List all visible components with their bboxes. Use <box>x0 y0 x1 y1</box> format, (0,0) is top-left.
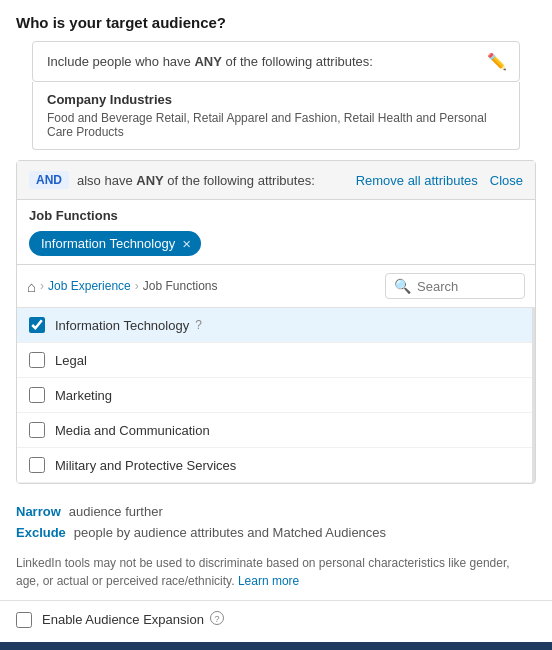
marketing-checkbox[interactable] <box>29 387 45 403</box>
company-industries-label: Company Industries <box>47 92 505 107</box>
search-container: 🔍 <box>385 273 525 299</box>
checkbox-list: Information Technology ? Legal Marketing… <box>17 308 535 483</box>
media-checkbox[interactable] <box>29 422 45 438</box>
any-bold-word: ANY <box>194 54 221 69</box>
remove-all-attributes-link[interactable]: Remove all attributes <box>356 173 478 188</box>
breadcrumb-sep2: › <box>135 279 139 293</box>
list-item[interactable]: Marketing <box>17 378 532 413</box>
page-container: Who is your target audience? Include peo… <box>0 0 552 650</box>
exclude-link[interactable]: Exclude <box>16 525 66 540</box>
page-title: Who is your target audience? <box>16 14 536 31</box>
home-icon[interactable]: ⌂ <box>27 278 36 295</box>
job-experience-link[interactable]: Job Experience <box>48 279 131 293</box>
section-header: Who is your target audience? Include peo… <box>0 0 552 160</box>
breadcrumb-sep1: › <box>40 279 44 293</box>
and-badge: AND <box>29 171 69 189</box>
breadcrumb-search-row: ⌂ › Job Experience › Job Functions 🔍 <box>17 264 535 308</box>
it-checkbox[interactable] <box>29 317 45 333</box>
tag-label: Information Technology <box>41 236 175 251</box>
breadcrumb-current: Job Functions <box>143 279 218 293</box>
narrow-text: audience further <box>69 504 163 519</box>
exclude-row: Exclude people by audience attributes an… <box>16 525 536 540</box>
exclude-text: people by audience attributes and Matche… <box>74 525 386 540</box>
marketing-label: Marketing <box>55 388 112 403</box>
enable-audience-expansion: Enable Audience Expansion ? <box>0 600 552 638</box>
it-tag: Information Technology × <box>29 231 201 256</box>
edit-icon[interactable]: ✏️ <box>487 52 507 71</box>
search-input[interactable] <box>417 279 507 294</box>
enable-expansion-label: Enable Audience Expansion <box>42 612 204 627</box>
learn-more-link[interactable]: Learn more <box>238 574 299 588</box>
disclaimer: LinkedIn tools may not be used to discri… <box>0 552 552 600</box>
enable-expansion-checkbox[interactable] <box>16 612 32 628</box>
job-functions-label: Job Functions <box>17 200 535 227</box>
it-label: Information Technology <box>55 318 189 333</box>
military-label: Military and Protective Services <box>55 458 236 473</box>
breadcrumb: ⌂ › Job Experience › Job Functions <box>27 278 218 295</box>
search-icon: 🔍 <box>394 278 411 294</box>
it-help-icon[interactable]: ? <box>195 318 202 332</box>
any-attributes-text: Include people who have ANY of the follo… <box>47 54 505 69</box>
and-header-text: also have ANY of the following attribute… <box>77 173 356 188</box>
enable-expansion-help-icon[interactable]: ? <box>210 611 224 628</box>
narrow-exclude-section: Narrow audience further Exclude people b… <box>0 494 552 552</box>
list-item[interactable]: Media and Communication <box>17 413 532 448</box>
company-industries-value: Food and Beverage Retail, Retail Apparel… <box>47 111 505 139</box>
list-item[interactable]: Legal <box>17 343 532 378</box>
close-button[interactable]: Close <box>490 173 523 188</box>
narrow-row: Narrow audience further <box>16 504 536 519</box>
legal-checkbox[interactable] <box>29 352 45 368</box>
and-header: AND also have ANY of the following attri… <box>17 161 535 200</box>
and-block: AND also have ANY of the following attri… <box>16 160 536 484</box>
tags-container: Information Technology × <box>17 227 535 264</box>
legal-label: Legal <box>55 353 87 368</box>
media-label: Media and Communication <box>55 423 210 438</box>
any-attributes-box: Include people who have ANY of the follo… <box>32 41 520 82</box>
list-item[interactable]: Information Technology ? <box>17 308 532 343</box>
narrow-link[interactable]: Narrow <box>16 504 61 519</box>
svg-text:?: ? <box>214 614 219 624</box>
tag-close-button[interactable]: × <box>182 236 191 251</box>
company-industries-box: Company Industries Food and Beverage Ret… <box>32 82 520 150</box>
any-text-prefix: Include people who have <box>47 54 194 69</box>
military-checkbox[interactable] <box>29 457 45 473</box>
any-text-suffix: of the following attributes: <box>222 54 373 69</box>
bottom-banner: ✦ By disabling Audience Expansion, you'r… <box>0 642 552 650</box>
list-item[interactable]: Military and Protective Services <box>17 448 532 483</box>
